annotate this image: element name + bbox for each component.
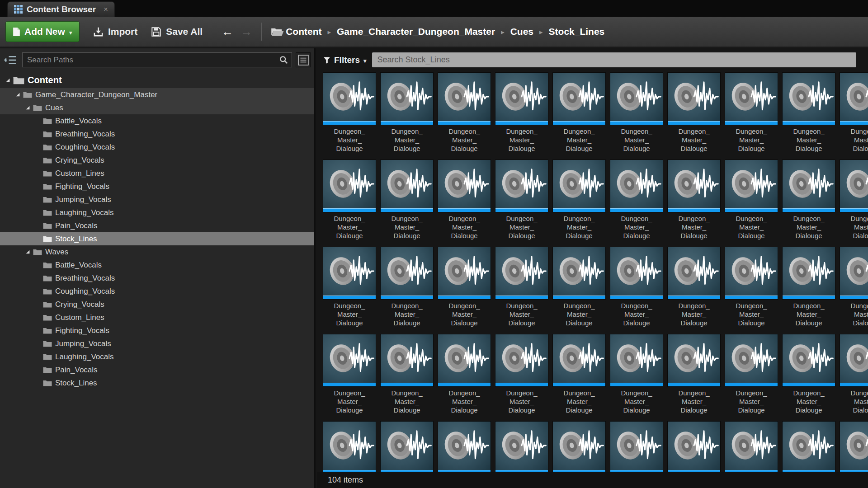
asset-tile[interactable]: Dungeon_Master_Dialouge	[668, 247, 720, 328]
history-back-button[interactable]: ←	[222, 26, 233, 38]
tree-item-jumping_vocals[interactable]: Jumping_Vocals	[0, 193, 314, 206]
asset-tile[interactable]: Dungeon_Master_Dialouge	[783, 334, 835, 415]
tree-item-pain_vocals[interactable]: Pain_Vocals	[0, 363, 314, 376]
asset-tile[interactable]: Dungeon_Master_Dialouge	[495, 160, 548, 240]
tree-item-coughing_vocals[interactable]: Coughing_Vocals	[0, 285, 314, 298]
asset-tile[interactable]: Dungeon_Master_Dialouge	[438, 160, 491, 240]
asset-tile[interactable]: Dungeon_Master_Dialouge	[553, 422, 605, 472]
tree-item-waves[interactable]: Waves	[0, 245, 314, 258]
asset-tile[interactable]: Dungeon_Master_Dialouge	[438, 422, 491, 472]
asset-tile[interactable]: Dungeon_Master_Dialouge	[840, 334, 868, 415]
breadcrumb-separator-icon: ▸	[501, 27, 505, 36]
asset-tile[interactable]: Dungeon_Master_Dialouge	[438, 334, 491, 415]
tree-item-stock_lines[interactable]: Stock_Lines	[0, 232, 314, 245]
asset-tile[interactable]: Dungeon_Master_Dialouge	[495, 334, 548, 415]
tree-item-pain_vocals[interactable]: Pain_Vocals	[0, 219, 314, 232]
add-new-button[interactable]: Add New ▾	[5, 21, 80, 42]
tree-item-fighting_vocals[interactable]: Fighting_Vocals	[0, 324, 314, 337]
tree-item-cues[interactable]: Cues	[0, 101, 314, 114]
asset-tile[interactable]: Dungeon_Master_Dialouge	[840, 160, 868, 240]
asset-tile[interactable]: Dungeon_Master_Dialouge	[725, 422, 778, 472]
tree-item-battle_vocals[interactable]: Battle_Vocals	[0, 114, 314, 127]
asset-tile[interactable]: Dungeon_Master_Dialouge	[553, 160, 605, 240]
asset-tile[interactable]: Dungeon_Master_Dialouge	[783, 73, 835, 153]
tab-close-icon[interactable]: ×	[104, 5, 108, 14]
asset-tile[interactable]: Dungeon_Master_Dialouge	[783, 247, 835, 328]
expand-arrow-icon[interactable]	[24, 249, 32, 254]
asset-tile[interactable]: Dungeon_Master_Dialouge	[553, 247, 605, 328]
asset-tile[interactable]: Dungeon_Master_Dialouge	[381, 247, 433, 328]
asset-tile[interactable]: Dungeon_Master_Dialouge	[725, 334, 778, 415]
tab-content-browser[interactable]: Content Browser ×	[7, 1, 115, 17]
search-paths-input[interactable]	[22, 52, 292, 67]
asset-tile[interactable]: Dungeon_Master_Dialouge	[323, 73, 376, 153]
asset-tile[interactable]: Dungeon_Master_Dialouge	[725, 247, 778, 328]
asset-tile[interactable]: Dungeon_Master_Dialouge	[783, 160, 835, 240]
asset-tile[interactable]: Dungeon_Master_Dialouge	[323, 160, 376, 240]
tree-item-crying_vocals[interactable]: Crying_Vocals	[0, 154, 314, 167]
save-icon	[151, 27, 161, 37]
asset-tile[interactable]: Dungeon_Master_Dialouge	[668, 334, 720, 415]
asset-tile[interactable]: Dungeon_Master_Dialouge	[610, 334, 663, 415]
asset-tile[interactable]: Dungeon_Master_Dialouge	[553, 73, 605, 153]
tree-item-laughing_vocals[interactable]: Laughing_Vocals	[0, 206, 314, 219]
asset-tile[interactable]: Dungeon_Master_Dialouge	[668, 73, 720, 153]
expand-arrow-icon[interactable]	[14, 92, 22, 97]
asset-tile[interactable]: Dungeon_Master_Dialouge	[323, 247, 376, 328]
tree-item-custom_lines[interactable]: Custom_Lines	[0, 311, 314, 324]
tree-item-content[interactable]: Content	[0, 72, 314, 88]
tree-item-battle_vocals[interactable]: Battle_Vocals	[0, 258, 314, 272]
soundcue-type-bar	[840, 296, 868, 299]
asset-tile[interactable]: Dungeon_Master_Dialouge	[495, 73, 548, 153]
breadcrumb-item-content[interactable]: Content	[286, 26, 321, 37]
asset-tile[interactable]: Dungeon_Master_Dialouge	[725, 160, 778, 240]
breadcrumb-item-cues[interactable]: Cues	[510, 26, 533, 37]
asset-tile[interactable]: Dungeon_Master_Dialouge	[610, 247, 663, 328]
asset-label: Dungeon_Master_Dialouge	[438, 127, 491, 153]
asset-tile[interactable]: Dungeon_Master_Dialouge	[438, 247, 491, 328]
tree-item-laughing_vocals[interactable]: Laughing_Vocals	[0, 350, 314, 363]
breadcrumb-item-stock_lines[interactable]: Stock_Lines	[549, 26, 605, 37]
asset-tile[interactable]: Dungeon_Master_Dialouge	[668, 160, 720, 240]
tree-item-fighting_vocals[interactable]: Fighting_Vocals	[0, 180, 314, 193]
tree-item-stock_lines[interactable]: Stock_Lines	[0, 376, 314, 389]
asset-tile[interactable]: Dungeon_Master_Dialouge	[438, 73, 491, 153]
asset-tile[interactable]: Dungeon_Master_Dialouge	[495, 422, 548, 472]
save-all-button[interactable]: Save All	[151, 26, 203, 37]
collapse-sources-icon[interactable]	[2, 53, 19, 67]
asset-tile[interactable]: Dungeon_Master_Dialouge	[725, 73, 778, 153]
tree-item-crying_vocals[interactable]: Crying_Vocals	[0, 298, 314, 311]
asset-tile[interactable]: Dungeon_Master_Dialouge	[495, 247, 548, 328]
expand-arrow-icon[interactable]	[4, 78, 12, 83]
history-forward-button[interactable]: →	[241, 26, 252, 38]
asset-tile[interactable]: Dungeon_Master_Dialouge	[783, 422, 835, 472]
filters-button[interactable]: Filters ▾	[323, 55, 367, 65]
asset-tile[interactable]: Dungeon_Master_Dialouge	[381, 160, 433, 240]
folder-name: Fighting_Vocals	[55, 182, 109, 191]
asset-tile[interactable]: Dungeon_Master_Dialouge	[381, 334, 433, 415]
search-assets-input[interactable]	[372, 52, 856, 67]
asset-tile[interactable]: Dungeon_Master_Dialouge	[323, 334, 376, 415]
asset-tile[interactable]: Dungeon_Master_Dialouge	[381, 73, 433, 153]
import-button[interactable]: Import	[93, 26, 137, 37]
tree-item-jumping_vocals[interactable]: Jumping_Vocals	[0, 337, 314, 350]
asset-tile[interactable]: Dungeon_Master_Dialouge	[840, 73, 868, 153]
tree-item-breathing_vocals[interactable]: Breathing_Vocals	[0, 272, 314, 285]
asset-tile[interactable]: Dungeon_Master_Dialouge	[840, 422, 868, 472]
breadcrumb-item-game_character_dungeon_master[interactable]: Game_Character_Dungeon_Master	[337, 26, 495, 37]
asset-tile[interactable]: Dungeon_Master_Dialouge	[323, 422, 376, 472]
view-options-button[interactable]	[296, 52, 311, 67]
tree-item-coughing_vocals[interactable]: Coughing_Vocals	[0, 141, 314, 154]
tree-item-game_character_dungeon_master[interactable]: Game_Character_Dungeon_Master	[0, 88, 314, 101]
asset-name-line: Dungeon_	[840, 127, 868, 136]
asset-tile[interactable]: Dungeon_Master_Dialouge	[381, 422, 433, 472]
expand-arrow-icon[interactable]	[24, 105, 32, 110]
asset-tile[interactable]: Dungeon_Master_Dialouge	[610, 73, 663, 153]
asset-tile[interactable]: Dungeon_Master_Dialouge	[610, 160, 663, 240]
asset-tile[interactable]: Dungeon_Master_Dialouge	[610, 422, 663, 472]
asset-tile[interactable]: Dungeon_Master_Dialouge	[553, 334, 605, 415]
asset-tile[interactable]: Dungeon_Master_Dialouge	[840, 247, 868, 328]
tree-item-breathing_vocals[interactable]: Breathing_Vocals	[0, 127, 314, 141]
tree-item-custom_lines[interactable]: Custom_Lines	[0, 167, 314, 180]
asset-tile[interactable]: Dungeon_Master_Dialouge	[668, 422, 720, 472]
